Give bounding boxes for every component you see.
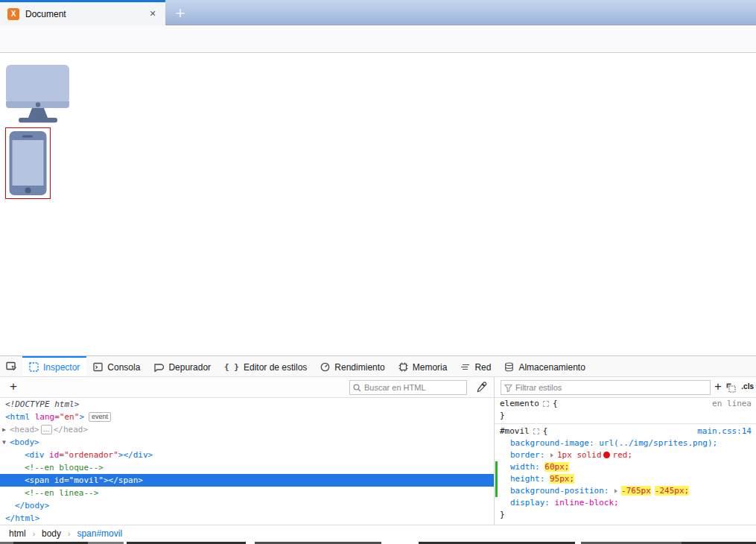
tab-consola[interactable]: Consola	[86, 356, 147, 376]
tab-label: Almacenamiento	[518, 362, 585, 373]
rule-element-selector[interactable]: elemento{en línea	[495, 398, 756, 410]
console-icon	[93, 362, 103, 372]
rules-view: elemento{en línea } #movil{main.css:14 b…	[495, 398, 756, 525]
tab-label: Red	[474, 362, 491, 373]
markup-body-open[interactable]: ▼<body>	[0, 436, 494, 449]
browser-tab[interactable]: X Document ✕	[0, 0, 165, 25]
markup-html-close[interactable]: </html>	[0, 512, 494, 525]
performance-icon	[320, 362, 330, 372]
add-node-button[interactable]: +	[6, 379, 21, 394]
rules-toolbar: + .cls	[495, 377, 756, 398]
decl-width[interactable]: width: 60px;	[495, 461, 756, 473]
eyedropper-button[interactable]	[476, 382, 487, 393]
breadcrumb-span-movil[interactable]: span#movil	[77, 528, 122, 539]
color-swatch-red[interactable]	[603, 452, 610, 458]
search-html-input[interactable]	[364, 383, 463, 392]
pseudo-class-button[interactable]	[725, 382, 737, 393]
tab-close-icon[interactable]: ✕	[146, 7, 159, 21]
markup-comment-linea[interactable]: <!--en linea-->	[0, 487, 494, 499]
devtools-panel: Inspector Consola Depurador { } Editor d…	[0, 355, 756, 541]
markup-head[interactable]: ▶<head>…</head>	[0, 423, 494, 436]
tab-label: Memoria	[413, 362, 448, 373]
tab-memoria[interactable]: Memoria	[392, 356, 454, 376]
highlight-selector-icon[interactable]	[543, 401, 549, 407]
browser-tab-strip: X Document ✕ +	[0, 0, 756, 25]
collapsed-content-badge[interactable]: …	[41, 425, 52, 434]
markup-body-close[interactable]: </body>	[0, 499, 494, 512]
markup-div-ordenador[interactable]: <div id="ordenador"></div>	[0, 449, 494, 461]
filter-styles-box[interactable]	[501, 380, 711, 395]
rule-separator	[495, 423, 756, 424]
pick-element-button[interactable]	[0, 356, 22, 376]
decl-border[interactable]: border: 1px solidred;	[495, 449, 756, 461]
markup-toolbar: +	[0, 377, 494, 398]
filter-styles-input[interactable]	[515, 383, 707, 392]
tab-title: Document	[25, 9, 146, 19]
tab-label: Inspector	[43, 362, 80, 373]
style-editor-icon: { }	[224, 362, 239, 372]
breadcrumb-html[interactable]: html	[9, 528, 26, 539]
rule-movil-selector[interactable]: #movil{main.css:14	[495, 426, 756, 437]
markup-html-open[interactable]: <html lang="en">event	[0, 411, 494, 423]
new-tab-button[interactable]: +	[169, 2, 191, 25]
expand-shorthand-icon[interactable]	[614, 489, 617, 493]
taskbar-edge	[0, 541, 756, 544]
decl-display[interactable]: display: inline-block;	[495, 497, 756, 509]
breadcrumb: html › body › span#movil	[0, 525, 756, 542]
add-rule-button[interactable]: +	[714, 379, 722, 394]
tab-label: Consola	[107, 362, 140, 373]
tab-inspector[interactable]: Inspector	[22, 356, 86, 376]
markup-comment-bloque[interactable]: <!--en bloque-->	[0, 461, 494, 474]
expand-arrow-icon[interactable]: ▶	[2, 423, 6, 436]
tab-rendimiento[interactable]: Rendimiento	[314, 356, 391, 376]
breadcrumb-body[interactable]: body	[42, 528, 61, 539]
storage-icon	[504, 362, 514, 372]
decl-background-image[interactable]: background-image: url(../img/sprites.png…	[495, 437, 756, 449]
tab-label: Depurador	[168, 362, 211, 373]
memory-icon	[398, 362, 408, 372]
breadcrumb-separator-icon: ›	[33, 530, 35, 538]
rule-location: en línea	[712, 398, 752, 410]
highlight-selector-icon[interactable]	[533, 428, 539, 434]
tab-editor-de-estilos[interactable]: { } Editor de estilos	[217, 356, 314, 376]
markup-span-movil-selected[interactable]: <span id="movil"></span>	[0, 474, 494, 487]
tab-red[interactable]: Red	[454, 356, 498, 376]
toggle-class-button[interactable]: .cls	[741, 382, 754, 390]
rule-element-close: }	[495, 410, 756, 422]
smartphone-sprite-highlighted	[5, 127, 51, 199]
decl-height[interactable]: height: 95px;	[495, 473, 756, 485]
devtools-tab-bar: Inspector Consola Depurador { } Editor d…	[0, 356, 756, 377]
html-search-box[interactable]	[349, 380, 467, 395]
tab-depurador[interactable]: Depurador	[147, 356, 217, 376]
event-badge[interactable]: event	[89, 412, 111, 422]
expand-shorthand-icon[interactable]	[550, 453, 553, 458]
network-icon	[460, 363, 470, 371]
xampp-favicon-icon: X	[7, 8, 19, 20]
filter-icon	[504, 384, 512, 392]
pick-element-icon	[6, 361, 17, 372]
rule-movil-close: }	[495, 509, 756, 521]
desktop-computer-sprite	[5, 64, 71, 125]
decl-background-position[interactable]: background-position: -765px-245px;	[495, 485, 756, 497]
inspector-icon	[29, 362, 39, 372]
browser-toolbar: localhost/ejemplo_sprites/	[0, 25, 756, 53]
breadcrumb-separator-icon: ›	[68, 530, 70, 538]
markup-view: <!DOCTYPE html> <html lang="en">event ▶<…	[0, 398, 494, 525]
eyedropper-icon	[476, 382, 487, 393]
page-viewport	[0, 53, 756, 355]
collapse-arrow-icon[interactable]: ▼	[2, 436, 6, 449]
stylesheet-link[interactable]: main.css:14	[697, 426, 752, 437]
tab-label: Rendimiento	[334, 362, 384, 373]
smartphone-icon	[6, 128, 50, 198]
debugger-icon	[153, 363, 164, 372]
tab-almacenamiento[interactable]: Almacenamiento	[498, 356, 591, 376]
markup-doctype[interactable]: <!DOCTYPE html>	[0, 398, 494, 411]
tab-label: Editor de estilos	[244, 362, 307, 373]
search-icon	[353, 384, 361, 392]
